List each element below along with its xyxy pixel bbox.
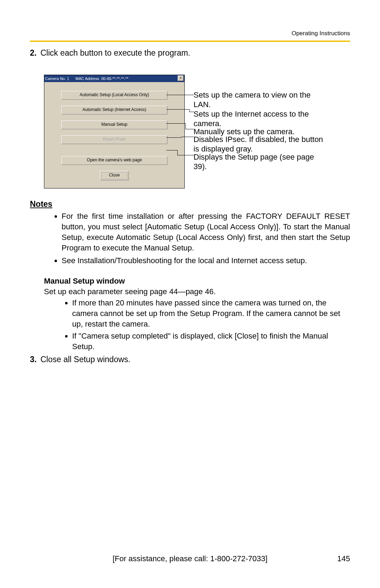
footer-assistance: [For assistance, please call: 1-800-272-…	[30, 554, 350, 563]
step-3-text: Close all Setup windows.	[40, 355, 131, 364]
footer: [For assistance, please call: 1-800-272-…	[30, 554, 350, 563]
auto-setup-internet-button[interactable]: Automatic Setup (Internet Access)	[61, 106, 167, 114]
leader-line	[166, 109, 189, 110]
leader-line	[185, 123, 186, 129]
manual-setup-list-2: If "Camera setup completed" is displayed…	[30, 331, 350, 352]
dialog-title-mac-label: MAC Address	[75, 76, 99, 81]
leader-line	[166, 123, 185, 124]
step-3: 3. Close all Setup windows.	[30, 355, 350, 364]
manual-setup-text: Set up each parameter seeing page 44—pag…	[44, 287, 350, 296]
dialog-title-bar: Camera No. 1 MAC Address 00-80-**-**-**-…	[44, 75, 184, 82]
close-dialog-button[interactable]: Close	[100, 171, 129, 180]
open-web-page-button[interactable]: Open the camera's web page	[61, 156, 167, 165]
leader-line	[166, 137, 181, 138]
step-3-number: 3.	[30, 355, 37, 364]
header-section: Operating Instructions	[292, 30, 350, 37]
manual-setup-item: If "Camera setup completed" is displayed…	[72, 331, 350, 352]
leader-line	[181, 137, 194, 137]
note-item: See Installation/Troubleshooting for the…	[62, 255, 350, 266]
leader-line	[166, 150, 177, 151]
leader-line	[185, 129, 194, 130]
step-2-text: Click each button to execute the program…	[40, 48, 190, 57]
manual-setup-item: If more than 20 minutes have passed sinc…	[72, 298, 350, 329]
reset-ipsec-button: Reset IPsec	[61, 135, 167, 144]
leader-line	[166, 95, 194, 95]
callout-auto-internet: Sets up the Internet access to the camer…	[194, 109, 327, 128]
notes-list: For the first time installation or after…	[30, 211, 350, 266]
dialog-close-x-button[interactable]: ×	[178, 75, 184, 81]
manual-setup-list: If more than 20 minutes have passed sinc…	[30, 298, 350, 329]
dialog-title-mac-value: 00-80-**-**-**-**	[101, 76, 128, 81]
leader-line	[189, 109, 190, 112]
callout-setup-page: Displays the Setup page (see page 39).	[194, 152, 327, 171]
note-item: For the first time installation or after…	[62, 211, 350, 253]
step-2: 2. Click each button to execute the prog…	[30, 48, 350, 58]
leader-line	[177, 155, 194, 156]
dialog-title-camera: Camera No. 1	[45, 76, 69, 81]
manual-setup-button[interactable]: Manual Setup	[61, 120, 167, 129]
manual-setup-heading: Manual Setup window	[44, 277, 350, 286]
header-rule	[30, 41, 350, 42]
page-number: 145	[337, 554, 350, 563]
step-2-number: 2.	[30, 48, 37, 58]
setup-dialog: Camera No. 1 MAC Address 00-80-**-**-**-…	[44, 75, 185, 188]
leader-line	[177, 150, 178, 155]
callout-ipsec: Disables IPsec. If disabled, the button …	[194, 135, 327, 154]
notes-heading: Notes	[30, 199, 350, 209]
setup-dialog-figure: Camera No. 1 MAC Address 00-80-**-**-**-…	[44, 75, 350, 184]
auto-setup-local-button[interactable]: Automatic Setup (Local Access Only)	[61, 91, 167, 100]
dialog-body: Automatic Setup (Local Access Only) Auto…	[44, 82, 184, 188]
callout-auto-local: Sets up the camera to view on the LAN.	[194, 90, 327, 109]
